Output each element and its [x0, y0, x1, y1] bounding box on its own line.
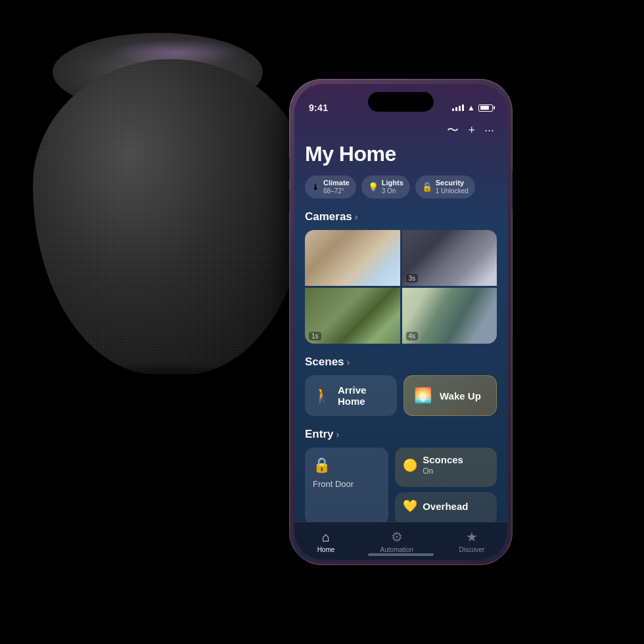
- entry-section-header[interactable]: Entry ›: [305, 428, 497, 441]
- arrive-home-label: Arrive Home: [338, 384, 389, 407]
- entry-title: Entry: [305, 428, 333, 441]
- arrive-home-icon: 🚶: [313, 387, 331, 404]
- chip-climate[interactable]: 🌡 Climate 68–72°: [305, 175, 356, 198]
- chip-security[interactable]: 🔓 Security 1 Unlocked: [415, 175, 475, 198]
- tab-home[interactable]: ⌂ Home: [317, 530, 335, 553]
- climate-value: 68–72°: [323, 187, 350, 195]
- camera-2[interactable]: 3s: [402, 230, 497, 286]
- home-tab-label: Home: [317, 546, 335, 553]
- homepod-shadow: [39, 361, 289, 401]
- battery-icon: [478, 104, 493, 112]
- sconces-icon: 🟡: [403, 458, 417, 472]
- security-icon: 🔓: [422, 182, 432, 192]
- overhead-card[interactable]: 💛 Overhead: [395, 492, 497, 525]
- cameras-section-header[interactable]: Cameras ›: [305, 210, 497, 223]
- cam4-timestamp: 4s: [406, 332, 419, 340]
- scenes-row: 🚶 Arrive Home 🌅 Wake Up: [305, 375, 497, 416]
- sconces-title: Sconces: [423, 454, 463, 465]
- top-actions: 〜 + ···: [305, 122, 497, 138]
- waveform-icon[interactable]: 〜: [447, 122, 459, 138]
- iphone: 9:41 ▲ 〜: [289, 79, 513, 565]
- sconces-card[interactable]: 🟡 Sconces On: [395, 448, 497, 487]
- arrive-home-scene[interactable]: 🚶 Arrive Home: [305, 375, 397, 416]
- camera-grid: 3s 1s 4s: [305, 230, 497, 344]
- automation-tab-icon: ⚙: [391, 529, 403, 545]
- wake-up-icon: 🌅: [412, 387, 433, 404]
- scenes-title: Scenes: [305, 356, 344, 369]
- wake-up-label: Wake Up: [440, 390, 481, 402]
- add-icon[interactable]: +: [468, 124, 475, 137]
- app-content: 〜 + ··· My Home 🌡 Climate 68–72°: [294, 122, 507, 527]
- homepod-body: [33, 59, 309, 375]
- power-button[interactable]: [512, 171, 513, 210]
- front-door-icon: 🔒: [313, 457, 380, 474]
- volume-down-button[interactable]: [289, 189, 290, 213]
- lights-value: 3 On: [382, 187, 403, 195]
- security-label: Security: [436, 179, 469, 187]
- automation-tab-label: Automation: [380, 546, 414, 553]
- cameras-chevron: ›: [355, 212, 358, 222]
- scenes-chevron: ›: [347, 357, 350, 367]
- discover-tab-icon: ★: [466, 529, 478, 545]
- cam3-timestamp: 1s: [309, 332, 321, 340]
- camera-4[interactable]: 4s: [402, 288, 497, 344]
- home-tab-icon: ⌂: [322, 530, 330, 545]
- entry-chevron: ›: [336, 429, 339, 440]
- overhead-icon: 💛: [403, 499, 417, 513]
- climate-label: Climate: [323, 179, 350, 187]
- status-chips: 🌡 Climate 68–72° 💡 Lights 3 On: [305, 175, 497, 198]
- status-time: 9:41: [309, 103, 328, 113]
- volume-up-button[interactable]: [289, 158, 290, 181]
- dynamic-island: [368, 92, 434, 112]
- signal-icon: [452, 104, 464, 111]
- lights-label: Lights: [382, 179, 403, 187]
- status-icons: ▲: [452, 103, 493, 112]
- sconces-sub: On: [423, 467, 463, 476]
- climate-icon: 🌡: [311, 182, 320, 192]
- camera-1[interactable]: [305, 230, 400, 286]
- iphone-screen: 9:41 ▲ 〜: [294, 84, 507, 560]
- wifi-icon: ▲: [467, 103, 475, 112]
- tab-automation[interactable]: ⚙ Automation: [380, 529, 414, 553]
- overhead-title: Overhead: [423, 501, 468, 512]
- page-title: My Home: [305, 142, 497, 166]
- iphone-frame: 9:41 ▲ 〜: [289, 79, 513, 565]
- homepod-device: [20, 39, 322, 381]
- scenes-section-header[interactable]: Scenes ›: [305, 356, 497, 369]
- tab-discover[interactable]: ★ Discover: [459, 529, 484, 553]
- more-icon[interactable]: ···: [484, 124, 494, 137]
- entry-cards: 🔒 Front Door 🟡 Sconces On: [305, 448, 497, 525]
- home-indicator: [368, 553, 434, 556]
- camera-3[interactable]: 1s: [305, 288, 400, 344]
- discover-tab-label: Discover: [459, 546, 484, 553]
- front-door-label: Front Door: [313, 479, 380, 489]
- cam2-timestamp: 3s: [406, 274, 419, 283]
- front-door-card[interactable]: 🔒 Front Door: [305, 448, 388, 525]
- security-value: 1 Unlocked: [436, 187, 469, 195]
- chip-lights[interactable]: 💡 Lights 3 On: [361, 175, 410, 198]
- homepod-mesh: [33, 59, 309, 375]
- lights-icon: 💡: [368, 182, 379, 192]
- cameras-title: Cameras: [305, 210, 352, 223]
- wake-up-scene[interactable]: 🌅 Wake Up: [403, 375, 497, 416]
